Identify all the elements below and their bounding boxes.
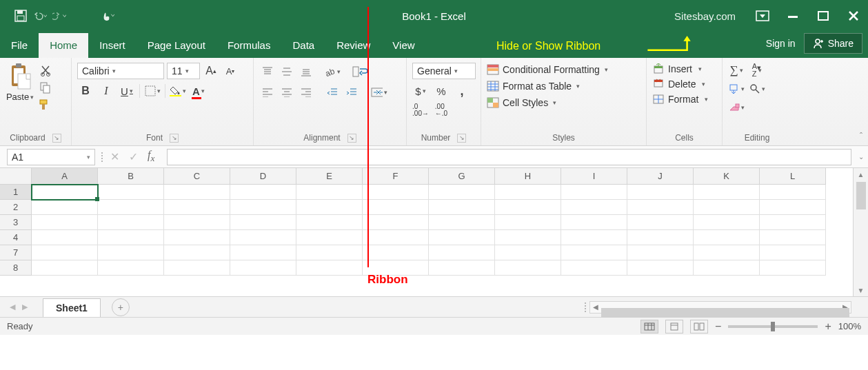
- horizontal-scrollbar[interactable]: ◀ ▶: [589, 301, 851, 314]
- column-header[interactable]: E: [296, 168, 363, 185]
- cell[interactable]: [32, 200, 98, 215]
- cell[interactable]: [694, 230, 760, 245]
- select-all-corner[interactable]: [0, 168, 32, 185]
- tab-file[interactable]: File: [0, 33, 39, 58]
- delete-cells-button[interactable]: Delete▾: [652, 78, 716, 90]
- name-box[interactable]: A1 ▾: [7, 149, 95, 165]
- cell[interactable]: [296, 215, 363, 230]
- cell[interactable]: [627, 215, 694, 230]
- cell[interactable]: [429, 185, 495, 200]
- zoom-slider[interactable]: [728, 325, 818, 328]
- row-header[interactable]: 8: [0, 260, 32, 276]
- alignment-dialog-launcher-icon[interactable]: ↘: [347, 134, 356, 143]
- row-header[interactable]: 7: [0, 245, 32, 260]
- percent-format-icon[interactable]: %: [433, 83, 450, 99]
- font-name-combo[interactable]: Calibri▾: [77, 63, 164, 79]
- insert-cells-button[interactable]: Insert▾: [652, 63, 716, 75]
- view-page-layout-icon[interactable]: [665, 320, 683, 333]
- cell[interactable]: [98, 215, 164, 230]
- fx-icon[interactable]: fx: [148, 149, 154, 164]
- cell[interactable]: [429, 200, 495, 215]
- cell[interactable]: [694, 185, 760, 200]
- cell[interactable]: [429, 260, 495, 276]
- fill-icon[interactable]: [728, 81, 745, 96]
- zoom-thumb[interactable]: [771, 322, 775, 331]
- sort-filter-icon[interactable]: AZ▾: [749, 63, 765, 78]
- collapse-ribbon-icon[interactable]: ˆ: [860, 132, 862, 141]
- decrease-indent-icon[interactable]: [324, 85, 341, 100]
- wrap-text-icon[interactable]: [352, 64, 368, 79]
- cell[interactable]: [627, 245, 694, 260]
- font-color-icon[interactable]: A: [190, 83, 207, 99]
- bold-button[interactable]: B: [77, 83, 94, 99]
- cell[interactable]: [760, 260, 826, 276]
- share-button[interactable]: Share: [804, 33, 862, 54]
- format-as-table-button[interactable]: Format as Table▾: [487, 79, 640, 93]
- cut-icon[interactable]: [37, 63, 54, 78]
- cell[interactable]: [561, 185, 627, 200]
- zoom-in-icon[interactable]: +: [825, 320, 831, 333]
- tab-insert[interactable]: Insert: [88, 33, 137, 58]
- align-middle-icon[interactable]: [279, 64, 295, 79]
- column-header[interactable]: H: [495, 168, 561, 185]
- align-left-icon[interactable]: [259, 85, 276, 100]
- cell[interactable]: [363, 185, 429, 200]
- cell[interactable]: [363, 215, 429, 230]
- cell[interactable]: [627, 260, 694, 276]
- sheet-nav-prev-icon[interactable]: ◀: [10, 302, 15, 311]
- cell[interactable]: [98, 230, 164, 245]
- fill-color-icon[interactable]: [170, 83, 186, 99]
- cell[interactable]: [32, 185, 98, 200]
- enter-formula-icon[interactable]: ✓: [129, 150, 138, 163]
- cell[interactable]: [164, 185, 230, 200]
- cell[interactable]: [627, 185, 694, 200]
- cell[interactable]: [164, 200, 230, 215]
- conditional-formatting-button[interactable]: Conditional Formatting▾: [487, 63, 640, 76]
- cell[interactable]: [561, 245, 627, 260]
- cell[interactable]: [694, 200, 760, 215]
- cell[interactable]: [363, 245, 429, 260]
- cell[interactable]: [98, 245, 164, 260]
- close-icon[interactable]: [846, 8, 861, 23]
- font-dialog-launcher-icon[interactable]: ↘: [170, 134, 179, 143]
- cell[interactable]: [230, 215, 296, 230]
- cell[interactable]: [495, 215, 561, 230]
- cell[interactable]: [694, 245, 760, 260]
- cell[interactable]: [495, 230, 561, 245]
- view-page-break-icon[interactable]: [690, 320, 708, 333]
- column-header[interactable]: K: [694, 168, 760, 185]
- row-header[interactable]: 1: [0, 185, 32, 200]
- cell[interactable]: [495, 200, 561, 215]
- cell[interactable]: [495, 260, 561, 276]
- cell[interactable]: [760, 245, 826, 260]
- italic-button[interactable]: I: [98, 83, 114, 99]
- minimize-icon[interactable]: [785, 8, 800, 23]
- cell[interactable]: [164, 215, 230, 230]
- cell[interactable]: [230, 260, 296, 276]
- column-header[interactable]: G: [429, 168, 495, 185]
- cell[interactable]: [561, 200, 627, 215]
- cell[interactable]: [363, 200, 429, 215]
- cell[interactable]: [561, 260, 627, 276]
- sheet-tab-active[interactable]: Sheet1: [43, 298, 101, 317]
- vertical-scrollbar[interactable]: ▲ ▼: [853, 168, 868, 296]
- decrease-font-icon[interactable]: A▾: [222, 63, 239, 79]
- font-size-combo[interactable]: 11▾: [167, 63, 200, 79]
- cancel-formula-icon[interactable]: ✕: [110, 150, 119, 163]
- underline-button[interactable]: U: [119, 83, 135, 99]
- cell[interactable]: [429, 245, 495, 260]
- format-painter-icon[interactable]: [37, 97, 54, 112]
- column-header[interactable]: I: [561, 168, 627, 185]
- accounting-format-icon[interactable]: $: [412, 83, 429, 99]
- scroll-up-icon[interactable]: ▲: [858, 168, 865, 181]
- orientation-icon[interactable]: ab: [324, 64, 341, 79]
- sign-in-link[interactable]: Sign in: [766, 38, 796, 49]
- cell[interactable]: [32, 245, 98, 260]
- formula-input[interactable]: [167, 149, 851, 165]
- hscroll-thumb[interactable]: [601, 308, 849, 318]
- view-normal-icon[interactable]: [640, 320, 658, 333]
- copy-icon[interactable]: [37, 80, 54, 95]
- ribbon-display-options-icon[interactable]: [755, 8, 770, 23]
- cell[interactable]: [32, 260, 98, 276]
- column-header[interactable]: B: [98, 168, 164, 185]
